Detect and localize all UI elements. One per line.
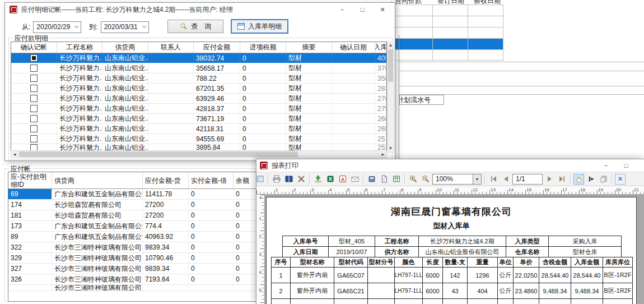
inbound-detail-button[interactable]: 入库单明细 (231, 19, 288, 34)
first-page-button[interactable] (488, 174, 498, 185)
checkbox[interactable] (30, 54, 38, 62)
last-page-button[interactable] (557, 174, 567, 185)
table-row[interactable]: 长沙万科魅力...山东南山铝业...63929.460型材276 (11, 94, 386, 104)
tools-icon[interactable] (296, 174, 306, 185)
ruler-scroll-up[interactable]: ▲ (259, 195, 263, 199)
query-button[interactable]: 查 询 (167, 20, 223, 33)
minimize-button[interactable]: − (596, 159, 616, 172)
zoom-in-icon[interactable] (408, 174, 418, 185)
table-row[interactable]: 69广东合和建筑五金制品有限公司11411.7800 (8, 189, 257, 200)
checkbox[interactable] (30, 95, 38, 102)
checkbox[interactable] (30, 85, 38, 92)
payables-panel: 应付帐 应-实付款明细ID供货商应付金额-货实付金额-借余额 69广东合和建筑五… (0, 161, 260, 304)
print-icon[interactable] (271, 174, 282, 185)
column-header[interactable]: 确认记帐 (11, 42, 57, 53)
next-page-button[interactable] (544, 174, 555, 185)
table-row[interactable]: 长沙万科魅力...山东南山铝业...35658.170型材376 (11, 63, 386, 73)
ruler-number: 15 (526, 187, 531, 192)
column-header[interactable]: 摘要 (286, 42, 332, 53)
cell: 0 (240, 63, 286, 73)
ruler-number: 9 (419, 187, 421, 192)
chevron-down-icon[interactable]: ▼ (473, 174, 481, 184)
column-header[interactable]: 应付金额 (194, 42, 240, 53)
table-row[interactable]: 326长沙市三湘特种玻璃有限公司7193.6400 (8, 274, 257, 285)
column-header[interactable]: 工程名称 (57, 42, 102, 53)
scroll-right-arrow[interactable]: ► (381, 151, 385, 158)
scroll-down-arrow[interactable]: ▼ (388, 145, 394, 152)
hand-tool-button[interactable] (573, 174, 584, 185)
from-date-picker[interactable]: 2020/02/29 (33, 21, 81, 33)
page-setup-book-icon[interactable] (283, 174, 294, 185)
column-header[interactable]: 供货商 (102, 42, 148, 53)
scroll-up-arrow[interactable]: ▲ (388, 42, 394, 49)
excel-export-icon[interactable] (325, 174, 335, 185)
data-grid-icon[interactable] (391, 174, 402, 185)
column-header[interactable]: 应付金额-货 (143, 172, 189, 188)
table-row[interactable]: 长沙万科魅力...山东南山铝业...94555.690型材251 (11, 134, 386, 144)
table-row[interactable]: 长沙万科魅力...山东南山铝业...42118.310型材265 (11, 124, 386, 134)
column-header[interactable]: 实付金额-借 (189, 172, 234, 188)
ruler-number: 19 (598, 187, 603, 192)
column-header[interactable]: 进项税额 (240, 42, 286, 53)
column-header: 库房库位 (603, 257, 633, 268)
minimize-button[interactable]: − (332, 3, 352, 16)
cell: 山东南山铝业... (102, 84, 148, 93)
column-header[interactable]: 供货商 (52, 172, 143, 188)
close-preview-button[interactable]: ✕ (615, 174, 626, 185)
table-row[interactable]: 322长沙市三湘特种玻璃有限公司9839.3400 (8, 242, 257, 253)
checkbox[interactable] (30, 65, 38, 72)
cell: 326 (8, 274, 52, 284)
maximize-button[interactable]: □ (616, 159, 636, 172)
column-header[interactable]: 联系人 (148, 42, 194, 53)
table-row[interactable]: 174长沙坦森贸易有限公司2720000 (8, 200, 257, 210)
prev-page-button[interactable] (500, 174, 511, 185)
sidebar-toggle-icon[interactable] (256, 174, 265, 185)
bg-table[interactable] (394, 4, 503, 61)
pdf-export-icon[interactable]: A (337, 174, 348, 185)
horizontal-scrollbar[interactable]: ◄ ► (11, 150, 387, 158)
zoom-level-select[interactable]: 100% ▼ (432, 174, 482, 185)
zoom-out-icon[interactable] (420, 174, 431, 185)
checkbox[interactable] (30, 115, 38, 122)
column-header[interactable]: 应-实付款明细ID (8, 172, 52, 188)
table-row[interactable]: 长沙万科魅力...山东南山铝业...788.220型材358 (11, 73, 386, 84)
export-icon[interactable] (312, 174, 323, 185)
ruler-number: 18 (580, 187, 585, 192)
cell (368, 283, 395, 299)
table-row[interactable]: 长沙万科魅力...山东南山铝业...67201.350型材283 (11, 84, 386, 94)
print-preview-area[interactable]: 湖南巨晟门窗幕墙有限公司 型材入库单 入库单号 型材_405 工程名称 长沙万科… (265, 195, 644, 304)
column-header[interactable]: 余额 (234, 172, 258, 188)
table-row[interactable]: 89广东合和建筑五金制品有限公司40963.9200 (8, 232, 257, 242)
scroll-left-arrow[interactable]: ◄ (12, 151, 17, 158)
table-row[interactable]: 327长沙市三湘特种玻璃有限公司9839.3400 (8, 264, 257, 274)
table-row[interactable]: 长沙万科魅力...山东南山铝业...38032.740型材405 (11, 53, 386, 63)
to-date-picker[interactable]: 2020/03/31 (101, 21, 149, 33)
table-row[interactable]: 长沙万科魅力...山东南山铝业...42818.370型材275 (11, 104, 386, 114)
table-row[interactable]: 329长沙市三湘特种玻璃有限公司10790.4600 (8, 253, 257, 264)
table-row[interactable]: 长沙万科魅力...山东南山铝业...73671.190型材266 (11, 114, 386, 124)
column-header[interactable]: 入库 (375, 42, 386, 53)
text-select-tool-button[interactable]: I▶ (586, 174, 596, 185)
ruler-number: 6 (365, 187, 367, 192)
checkbox[interactable] (30, 135, 38, 142)
checkbox[interactable] (30, 125, 38, 132)
maximize-button[interactable]: □ (352, 3, 372, 16)
cell: 63929.46 (194, 94, 240, 103)
mail-icon[interactable] (349, 174, 360, 185)
column-header[interactable]: 确认日期 (332, 42, 375, 53)
title-bar[interactable]: 应付明细记帐------当前工程: 长沙万科魅力之城4.2期------当前用户… (5, 3, 395, 16)
table-row[interactable]: 长沙市三湘特种玻璃有限公司 (8, 285, 257, 291)
title-bar[interactable]: 报表打印 − □ ✕ (256, 159, 644, 172)
vertical-scrollbar[interactable]: ▲ ▼ (387, 42, 394, 153)
checkbox[interactable] (30, 105, 38, 112)
cell: 型材 (286, 124, 332, 133)
page-number-input[interactable]: 1/1 (512, 174, 543, 185)
checkbox[interactable] (30, 75, 38, 82)
save-icon[interactable] (366, 174, 377, 185)
close-button[interactable]: ✕ (372, 3, 393, 16)
table-row[interactable]: 173广东合和建筑五金制品有限公司774.400 (8, 221, 257, 232)
copy-tool-button[interactable] (598, 174, 609, 185)
table-row[interactable]: 181长沙坦森贸易有限公司2720000 (8, 210, 257, 221)
close-button[interactable]: ✕ (636, 159, 644, 172)
document-icon[interactable] (379, 174, 389, 185)
